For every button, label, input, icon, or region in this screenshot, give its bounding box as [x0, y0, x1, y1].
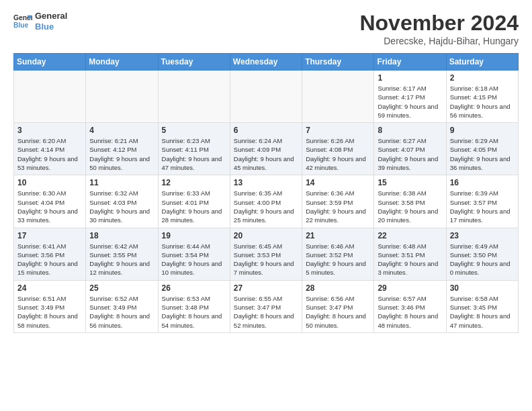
- cell-content: Sunrise: 6:17 AMSunset: 4:17 PMDaylight:…: [378, 84, 442, 120]
- day-number: 6: [234, 126, 298, 135]
- cell-content: Sunrise: 6:57 AMSunset: 3:46 PMDaylight:…: [378, 294, 442, 330]
- logo-general: General: [35, 11, 67, 21]
- day-number: 30: [450, 283, 515, 293]
- week-row-1: 1Sunrise: 6:17 AMSunset: 4:17 PMDaylight…: [14, 71, 519, 123]
- cell-content: Sunrise: 6:42 AMSunset: 3:55 PMDaylight:…: [89, 242, 154, 277]
- calendar-cell: 5Sunrise: 6:23 AMSunset: 4:11 PMDaylight…: [158, 123, 230, 175]
- cell-content: Sunrise: 6:48 AMSunset: 3:51 PMDaylight:…: [378, 242, 442, 277]
- day-number: 18: [89, 231, 154, 240]
- calendar-cell: 3Sunrise: 6:20 AMSunset: 4:14 PMDaylight…: [14, 123, 86, 175]
- day-number: 25: [89, 283, 154, 293]
- cell-content: Sunrise: 6:36 AMSunset: 3:59 PMDaylight:…: [306, 189, 370, 224]
- day-number: 19: [162, 231, 226, 240]
- week-row-5: 24Sunrise: 6:51 AMSunset: 3:49 PMDayligh…: [14, 280, 519, 332]
- header: General Blue General Blue November 2024 …: [13, 11, 519, 46]
- calendar-cell: [158, 71, 230, 123]
- col-header-tuesday: Tuesday: [158, 54, 230, 71]
- cell-content: Sunrise: 6:51 AMSunset: 3:49 PMDaylight:…: [17, 294, 82, 330]
- day-number: 10: [17, 178, 82, 187]
- day-number: 8: [378, 126, 442, 135]
- cell-content: Sunrise: 6:35 AMSunset: 4:00 PMDaylight:…: [234, 189, 298, 224]
- page: General Blue General Blue November 2024 …: [0, 0, 532, 411]
- col-header-wednesday: Wednesday: [230, 54, 302, 71]
- logo: General Blue General Blue: [13, 11, 67, 32]
- cell-content: Sunrise: 6:56 AMSunset: 3:47 PMDaylight:…: [306, 294, 370, 330]
- calendar-cell: [230, 71, 302, 123]
- day-number: 2: [450, 73, 515, 83]
- day-number: 17: [17, 231, 82, 240]
- calendar-cell: 17Sunrise: 6:41 AMSunset: 3:56 PMDayligh…: [14, 228, 86, 280]
- day-number: 23: [450, 231, 515, 240]
- day-number: 13: [234, 178, 298, 187]
- calendar-cell: 4Sunrise: 6:21 AMSunset: 4:12 PMDaylight…: [86, 123, 158, 175]
- cell-content: Sunrise: 6:41 AMSunset: 3:56 PMDaylight:…: [17, 242, 82, 277]
- cell-content: Sunrise: 6:24 AMSunset: 4:09 PMDaylight:…: [234, 136, 298, 172]
- cell-content: Sunrise: 6:21 AMSunset: 4:12 PMDaylight:…: [89, 136, 154, 172]
- calendar-table: SundayMondayTuesdayWednesdayThursdayFrid…: [13, 53, 519, 333]
- calendar-cell: 7Sunrise: 6:26 AMSunset: 4:08 PMDaylight…: [302, 123, 374, 175]
- calendar-cell: 26Sunrise: 6:53 AMSunset: 3:48 PMDayligh…: [158, 280, 230, 332]
- calendar-cell: 1Sunrise: 6:17 AMSunset: 4:17 PMDaylight…: [374, 71, 446, 123]
- calendar-cell: 14Sunrise: 6:36 AMSunset: 3:59 PMDayligh…: [302, 175, 374, 228]
- week-row-3: 10Sunrise: 6:30 AMSunset: 4:04 PMDayligh…: [14, 175, 519, 228]
- day-number: 12: [162, 178, 226, 187]
- calendar-cell: 22Sunrise: 6:48 AMSunset: 3:51 PMDayligh…: [374, 228, 446, 280]
- cell-content: Sunrise: 6:55 AMSunset: 3:47 PMDaylight:…: [234, 294, 298, 330]
- col-header-friday: Friday: [374, 54, 446, 71]
- day-number: 5: [162, 126, 226, 135]
- logo-icon: General Blue: [13, 12, 32, 31]
- svg-text:Blue: Blue: [13, 21, 29, 29]
- cell-content: Sunrise: 6:33 AMSunset: 4:01 PMDaylight:…: [162, 189, 226, 224]
- day-number: 15: [378, 178, 442, 187]
- calendar-cell: 18Sunrise: 6:42 AMSunset: 3:55 PMDayligh…: [86, 228, 158, 280]
- cell-content: Sunrise: 6:52 AMSunset: 3:49 PMDaylight:…: [89, 294, 154, 330]
- cell-content: Sunrise: 6:44 AMSunset: 3:54 PMDaylight:…: [162, 242, 226, 277]
- calendar-cell: 30Sunrise: 6:58 AMSunset: 3:45 PMDayligh…: [446, 280, 518, 332]
- cell-content: Sunrise: 6:49 AMSunset: 3:50 PMDaylight:…: [450, 242, 515, 277]
- calendar-cell: 8Sunrise: 6:27 AMSunset: 4:07 PMDaylight…: [374, 123, 446, 175]
- calendar-cell: 12Sunrise: 6:33 AMSunset: 4:01 PMDayligh…: [158, 175, 230, 228]
- cell-content: Sunrise: 6:53 AMSunset: 3:48 PMDaylight:…: [162, 294, 226, 330]
- day-number: 11: [89, 178, 154, 187]
- calendar-cell: 9Sunrise: 6:29 AMSunset: 4:05 PMDaylight…: [446, 123, 518, 175]
- day-number: 1: [378, 73, 442, 83]
- cell-content: Sunrise: 6:45 AMSunset: 3:53 PMDaylight:…: [234, 242, 298, 277]
- cell-content: Sunrise: 6:32 AMSunset: 4:03 PMDaylight:…: [89, 189, 154, 224]
- calendar-cell: 29Sunrise: 6:57 AMSunset: 3:46 PMDayligh…: [374, 280, 446, 332]
- cell-content: Sunrise: 6:18 AMSunset: 4:15 PMDaylight:…: [450, 84, 515, 120]
- day-number: 20: [234, 231, 298, 240]
- calendar-cell: 10Sunrise: 6:30 AMSunset: 4:04 PMDayligh…: [14, 175, 86, 228]
- calendar-cell: 2Sunrise: 6:18 AMSunset: 4:15 PMDaylight…: [446, 71, 518, 123]
- col-header-saturday: Saturday: [446, 54, 518, 71]
- calendar-cell: 27Sunrise: 6:55 AMSunset: 3:47 PMDayligh…: [230, 280, 302, 332]
- subtitle: Derecske, Hajdu-Bihar, Hungary: [359, 36, 519, 46]
- day-number: 24: [17, 283, 82, 293]
- day-number: 14: [306, 178, 370, 187]
- calendar-cell: 13Sunrise: 6:35 AMSunset: 4:00 PMDayligh…: [230, 175, 302, 228]
- day-number: 9: [450, 126, 515, 135]
- calendar-cell: 25Sunrise: 6:52 AMSunset: 3:49 PMDayligh…: [86, 280, 158, 332]
- day-number: 22: [378, 231, 442, 240]
- calendar-cell: 6Sunrise: 6:24 AMSunset: 4:09 PMDaylight…: [230, 123, 302, 175]
- day-number: 26: [162, 283, 226, 293]
- title-block: November 2024 Derecske, Hajdu-Bihar, Hun…: [359, 11, 519, 46]
- cell-content: Sunrise: 6:39 AMSunset: 3:57 PMDaylight:…: [450, 189, 515, 224]
- day-number: 29: [378, 283, 442, 293]
- calendar-cell: [302, 71, 374, 123]
- logo-blue: Blue: [35, 21, 67, 32]
- col-header-thursday: Thursday: [302, 54, 374, 71]
- day-number: 4: [89, 126, 154, 135]
- cell-content: Sunrise: 6:27 AMSunset: 4:07 PMDaylight:…: [378, 136, 442, 172]
- calendar-cell: 21Sunrise: 6:46 AMSunset: 3:52 PMDayligh…: [302, 228, 374, 280]
- calendar-cell: 20Sunrise: 6:45 AMSunset: 3:53 PMDayligh…: [230, 228, 302, 280]
- calendar-cell: [14, 71, 86, 123]
- calendar-cell: 19Sunrise: 6:44 AMSunset: 3:54 PMDayligh…: [158, 228, 230, 280]
- cell-content: Sunrise: 6:46 AMSunset: 3:52 PMDaylight:…: [306, 242, 370, 277]
- cell-content: Sunrise: 6:30 AMSunset: 4:04 PMDaylight:…: [17, 189, 82, 224]
- day-number: 21: [306, 231, 370, 240]
- header-row: SundayMondayTuesdayWednesdayThursdayFrid…: [14, 54, 519, 71]
- calendar-cell: [86, 71, 158, 123]
- cell-content: Sunrise: 6:23 AMSunset: 4:11 PMDaylight:…: [162, 136, 226, 172]
- col-header-monday: Monday: [86, 54, 158, 71]
- cell-content: Sunrise: 6:38 AMSunset: 3:58 PMDaylight:…: [378, 189, 442, 224]
